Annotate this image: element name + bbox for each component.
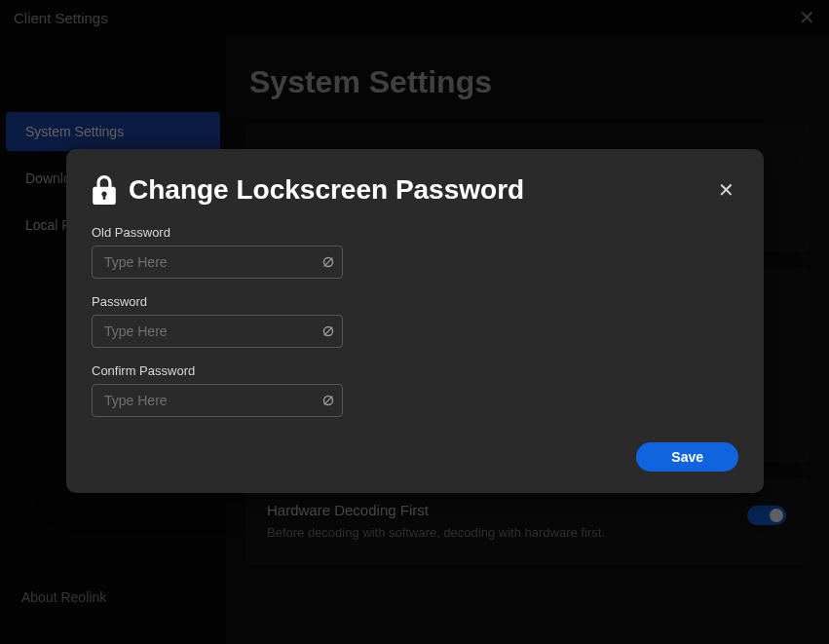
lock-icon bbox=[92, 175, 117, 205]
eye-hidden-icon bbox=[321, 394, 335, 407]
old-password-label: Old Password bbox=[92, 225, 343, 240]
modal-title: Change Lockscreen Password bbox=[129, 174, 524, 206]
change-password-modal: Change Lockscreen Password ✕ Old Passwor… bbox=[66, 149, 764, 493]
eye-hidden-icon bbox=[321, 324, 335, 338]
toggle-visibility-button[interactable] bbox=[321, 394, 335, 407]
eye-hidden-icon bbox=[321, 255, 335, 269]
form-group-old-password: Old Password bbox=[92, 225, 343, 279]
confirm-password-input[interactable] bbox=[92, 384, 343, 417]
toggle-visibility-button[interactable] bbox=[321, 255, 335, 269]
confirm-password-label: Confirm Password bbox=[92, 363, 343, 378]
save-button[interactable]: Save bbox=[636, 442, 738, 472]
close-icon: ✕ bbox=[718, 179, 735, 201]
form-group-confirm-password: Confirm Password bbox=[92, 363, 343, 417]
form-group-password: Password bbox=[92, 294, 343, 348]
modal-footer: Save bbox=[92, 442, 738, 472]
password-input[interactable] bbox=[92, 315, 343, 348]
modal-header: Change Lockscreen Password ✕ bbox=[92, 174, 738, 206]
password-label: Password bbox=[92, 294, 343, 309]
modal-close-button[interactable]: ✕ bbox=[714, 176, 738, 204]
old-password-input[interactable] bbox=[92, 246, 343, 279]
modal-title-wrap: Change Lockscreen Password bbox=[92, 174, 524, 206]
input-wrap bbox=[92, 246, 343, 279]
input-wrap bbox=[92, 384, 343, 417]
input-wrap bbox=[92, 315, 343, 348]
toggle-visibility-button[interactable] bbox=[321, 324, 335, 338]
